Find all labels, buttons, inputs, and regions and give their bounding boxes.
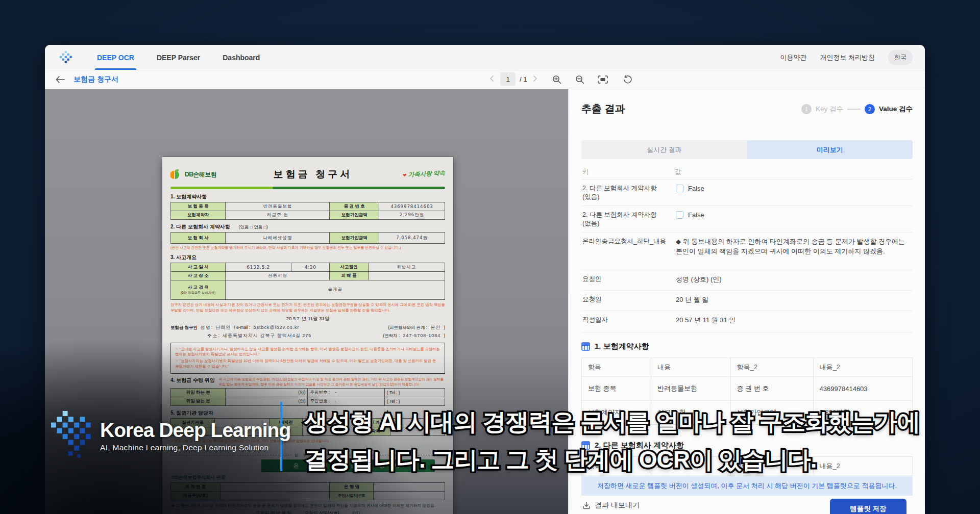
subtitle-line1: 생성형 AI 시대의 경쟁력은 문서를 얼마나 잘 구조화했는가에 (304, 406, 942, 438)
kv-row-other-insurer-no[interactable]: 2. 다른 보험회사 계약사항 (없음) False (581, 206, 913, 233)
kv-table-header: 키 값 (581, 166, 913, 179)
step2-circle: 2 (865, 104, 875, 114)
brand-name: Korea Deep Learning (100, 419, 290, 442)
checkbox-false-yes[interactable] (676, 185, 683, 192)
app-logo-icon (59, 50, 74, 65)
kv-row-online-remit-footer[interactable]: 온라인송금요청서_하단_내용 ◆ 위 통보내용의 하자로 인하여 타인계좌로의 … (581, 233, 913, 270)
brand-tagline: AI, Machine Learning, Deep Learning Solu… (100, 443, 290, 452)
kv-col-key: 키 (582, 168, 589, 176)
prev-page-button[interactable] (487, 74, 496, 84)
privacy-link[interactable]: 개인정보 처리방침 (820, 53, 875, 62)
tab-deep-ocr[interactable]: DEEP OCR (88, 45, 143, 70)
terms-link[interactable]: 이용약관 (780, 53, 806, 62)
template-save-notice: 저장하면 새로운 템플릿 버전이 생성되며, 이후 문서 처리 시 해당 버전이… (581, 476, 913, 496)
kv-rows: 2. 다른 보험회사 계약사항 (있음) False 2. 다른 보험회사 계약… (581, 179, 913, 332)
zoom-out-button[interactable] (573, 73, 586, 86)
nav-tabs: DEEP OCR DEEP Parser Dashboard (88, 45, 269, 70)
rotate-button[interactable] (621, 73, 634, 86)
next-page-button[interactable] (531, 74, 540, 84)
panel-footer: 결과 내보내기 템플릿 저장 (581, 497, 913, 514)
tab-preview[interactable]: 미리보기 (747, 140, 913, 159)
panel-title: 추출 결과 (581, 102, 625, 116)
panel-section1-title: 1. 보험계약사항 (595, 342, 649, 351)
kv-row-requester[interactable]: 요청인 성명 (상호) (인) (581, 270, 913, 291)
document-title: 보험금 청구서 (74, 75, 118, 84)
chevron-right-icon (533, 75, 537, 82)
fit-screen-icon (598, 75, 608, 84)
download-icon (582, 501, 591, 509)
kdl-pixel-heart-icon (51, 411, 93, 460)
document-toolbar: 보험금 청구서 1 / 1 (45, 71, 925, 88)
review-stepper: 1 Key 검수 2 Value 검수 (801, 104, 913, 114)
kv-row-other-insurer-yes[interactable]: 2. 다른 보험회사 계약사항 (있음) False (581, 179, 913, 206)
header-links: 이용약관 개인정보 처리방침 한국 (780, 49, 913, 65)
export-results-button[interactable]: 결과 내보내기 (582, 501, 640, 510)
fit-screen-button[interactable] (596, 73, 609, 86)
zoom-in-button[interactable] (550, 73, 564, 86)
zoom-out-icon (575, 75, 584, 84)
back-button[interactable] (54, 73, 66, 86)
result-tabs: 실시간 결과 미리보기 (581, 140, 913, 159)
page-controls: 1 / 1 (487, 72, 540, 86)
app-header: DEEP OCR DEEP Parser Dashboard 이용약관 개인정보… (45, 45, 925, 70)
stage: DEEP OCR DEEP Parser Dashboard 이용약관 개인정보… (0, 0, 980, 514)
arrow-left-icon (56, 76, 65, 83)
zoom-in-icon (552, 75, 561, 84)
rotate-icon (623, 75, 632, 84)
tab-dashboard[interactable]: Dashboard (213, 45, 269, 70)
page-number-input[interactable]: 1 (500, 72, 516, 86)
locale-selector[interactable]: 한국 (888, 49, 913, 65)
stepper-connector (847, 109, 861, 110)
step1-label: Key 검수 (816, 105, 843, 114)
brand-lockup: Korea Deep Learning AI, Machine Learning… (51, 411, 290, 460)
table-grid-icon (581, 342, 590, 351)
save-template-button[interactable]: 템플릿 저장 (830, 499, 906, 514)
subtitle-line2: 결정됩니다. 그리고 그 첫 단계에 OCR이 있습니다. (304, 444, 942, 476)
kv-col-value: 값 (675, 168, 681, 176)
step2-label: Value 검수 (879, 105, 913, 114)
kv-row-written-date[interactable]: 작성일자 20 57 년 11 월 31 일 (581, 311, 913, 332)
tab-deep-parser[interactable]: DEEP Parser (148, 45, 209, 70)
kv-row-request-date[interactable]: 요청일 20 년 월 일 (581, 291, 913, 311)
checkbox-false-no[interactable] (676, 211, 683, 219)
page-total: / 1 (520, 75, 527, 83)
tab-realtime-result[interactable]: 실시간 결과 (581, 140, 747, 159)
chevron-left-icon (489, 75, 494, 82)
step1-circle: 1 (801, 104, 812, 114)
